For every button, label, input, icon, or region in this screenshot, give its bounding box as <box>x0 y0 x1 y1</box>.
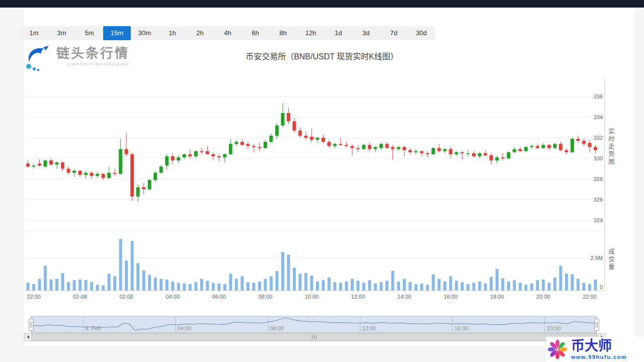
x-axis-label: 14:00 <box>397 294 412 300</box>
x-axis-label: 20:00 <box>536 294 550 300</box>
grid-lines: 3363343323303283263242.5M0 <box>25 94 605 290</box>
navigator-left-handle[interactable] <box>29 319 34 331</box>
x-axis-label: 10:00 <box>305 294 319 300</box>
timeframe-button-2h[interactable]: 2h <box>186 26 214 40</box>
y-axis-label: 330 <box>594 155 603 161</box>
navigator-label: 04:00 <box>178 325 192 331</box>
x-axis-label: 16:00 <box>444 294 458 300</box>
x-axis-label: 12:00 <box>351 294 365 300</box>
top-bar <box>0 0 644 8</box>
timeframe-button-1h[interactable]: 1h <box>158 26 186 40</box>
x-axis-label: 06:00 <box>212 294 226 300</box>
x-axis-label: 18:00 <box>490 294 504 300</box>
navigator-label: 16:00 <box>454 325 468 331</box>
y-axis-label: 334 <box>594 114 603 120</box>
timeframe-bar: 1m3m5m15m30m1h2h4h6h8h12h1d3d7d30d <box>20 26 435 40</box>
x-axis-labels: 22:0002-0802:0004:0006:0008:0010:0012:00… <box>27 291 596 300</box>
navigator-label: 12:00 <box>362 325 376 331</box>
y-axis-label: 332 <box>594 135 603 141</box>
right-axis-label-volume: 成交量 <box>607 248 615 271</box>
timeframe-button-30d[interactable]: 30d <box>408 26 435 40</box>
timeframe-button-5m[interactable]: 5m <box>75 26 103 40</box>
timeframe-button-8h[interactable]: 8h <box>269 26 297 40</box>
watermark-url[interactable]: www.99hufu.com <box>571 354 627 360</box>
timeframe-button-3m[interactable]: 3m <box>48 26 75 40</box>
x-axis-label: 22:00 <box>27 294 41 300</box>
volume-series <box>26 239 597 291</box>
navigator-mask[interactable] <box>31 316 597 332</box>
timeframe-button-1m[interactable]: 1m <box>20 26 48 40</box>
timeframe-button-12h[interactable]: 12h <box>297 26 325 40</box>
watermark-name: 币大师 <box>571 339 627 353</box>
y-axis-label: 324 <box>594 217 603 223</box>
x-axis-label: 04:00 <box>166 294 180 300</box>
navigator-right-handle[interactable] <box>595 319 599 331</box>
y-axis-label: 336 <box>594 94 603 100</box>
x-axis-label: 02:00 <box>119 294 133 300</box>
timeframe-button-15m[interactable]: 15m <box>103 26 131 40</box>
logo-subtext: LIANTOUTIAOXINGQING <box>56 62 129 66</box>
volume-axis-label: 0 <box>600 284 603 290</box>
candlestick-series <box>26 103 597 202</box>
x-axis-label: 02-08 <box>73 294 87 300</box>
main-chart-svg[interactable]: 3363343323303283263242.5M022:0002-0802:0… <box>24 74 606 306</box>
y-axis-label: 326 <box>594 197 603 203</box>
right-axis-label-trend: 实时走势图 <box>607 128 615 166</box>
navigator-label: 20:00 <box>547 325 561 331</box>
timeframe-button-1d[interactable]: 1d <box>325 26 352 40</box>
navigator-label: 8. Feb <box>85 325 101 331</box>
watermark[interactable]: 币大师 www.99hufu.com <box>546 337 644 362</box>
volume-axis-label: 2.5M <box>591 255 603 261</box>
timeframe-button-7d[interactable]: 7d <box>380 26 408 40</box>
x-axis-label: 08:00 <box>259 294 273 300</box>
page-title: 币安交易所（BNB/USDT 现货实时K线图） <box>0 50 644 62</box>
timeframe-button-30m[interactable]: 30m <box>131 26 158 40</box>
pinwheel-icon <box>546 337 569 361</box>
y-axis-label: 328 <box>594 176 603 182</box>
navigator-label: 08:00 <box>270 325 284 331</box>
x-axis-label: 22:00 <box>583 294 597 300</box>
timeframe-button-6h[interactable]: 6h <box>242 26 269 40</box>
timeframe-button-4h[interactable]: 4h <box>214 26 242 40</box>
navigator-svg[interactable]: 8. Feb04:0008:0012:0016:0020:00 <box>20 308 636 345</box>
timeframe-button-3d[interactable]: 3d <box>352 26 380 40</box>
scrollbar-left-button[interactable] <box>24 333 32 341</box>
